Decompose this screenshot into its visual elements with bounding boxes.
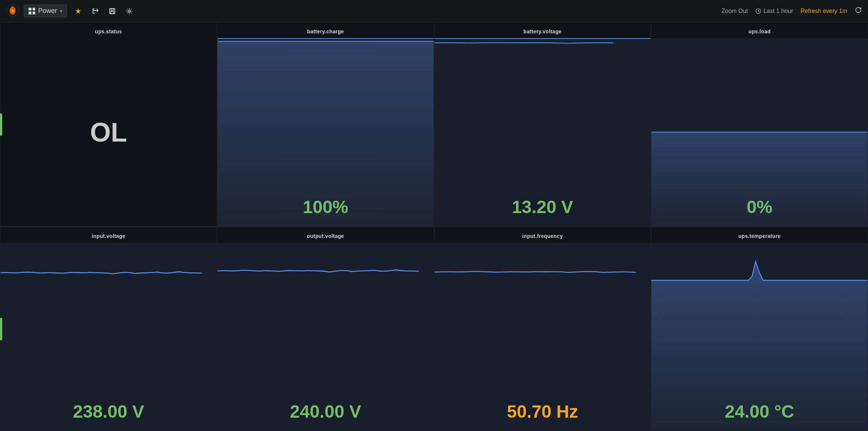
save-button[interactable]: [107, 6, 117, 16]
topnav-right: Zoom Out Last 1 hour Refresh every 1m: [722, 6, 862, 16]
output-voltage-value: 240.00 V: [217, 401, 434, 422]
dashboard-name: Power: [38, 7, 57, 15]
panel-title-battery-charge: battery.charge: [217, 26, 434, 38]
panel-title-battery-voltage: battery.voltage: [435, 26, 651, 38]
panel-ups-temperature: ups.temperature 24.00 °C: [651, 227, 868, 431]
time-range-label: Last 1 hour: [764, 8, 793, 14]
svg-rect-4: [111, 11, 114, 14]
dashboard-selector-button[interactable]: Power ▾: [24, 4, 67, 17]
row-1: ups.status OL battery.charge: [0, 22, 868, 227]
svg-rect-3: [111, 9, 113, 10]
row1-indicator: [0, 113, 2, 136]
panel-title-ups-temperature: ups.temperature: [651, 231, 868, 243]
panel-ups-status: ups.status OL: [0, 22, 217, 226]
refresh-button[interactable]: [855, 6, 862, 16]
svg-point-1: [11, 10, 14, 13]
panel-graph-input-frequency: 50.70 Hz: [435, 243, 651, 431]
svg-point-5: [128, 10, 130, 12]
panel-graph-ups-temperature: 24.00 °C: [651, 243, 868, 431]
panel-stat-ups-status: OL: [0, 38, 217, 226]
app-logo: [6, 4, 19, 19]
input-voltage-value: 238.00 V: [0, 401, 217, 422]
row2-indicator: [0, 318, 2, 340]
panel-graph-input-voltage: 238.00 V: [0, 243, 217, 431]
input-frequency-value: 50.70 Hz: [435, 401, 651, 422]
dashboard: ups.status OL battery.charge: [0, 22, 868, 431]
settings-button[interactable]: [124, 6, 134, 16]
time-range[interactable]: Last 1 hour: [755, 8, 793, 14]
zoom-out-button[interactable]: Zoom Out: [722, 8, 748, 14]
battery-charge-value: 100%: [217, 197, 434, 217]
panel-ups-load: ups.load 0%: [651, 22, 868, 226]
panel-battery-voltage: battery.voltage 13.20 V: [434, 22, 651, 226]
ups-temperature-value: 24.00 °C: [651, 401, 868, 422]
panel-title-ups-load: ups.load: [651, 26, 868, 38]
panel-title-output-voltage: output.voltage: [217, 231, 434, 243]
grid-icon: [29, 8, 35, 14]
panel-title-ups-status: ups.status: [0, 26, 217, 38]
panel-graph-battery-voltage: 13.20 V: [435, 38, 651, 226]
panel-graph-ups-load: 0%: [651, 38, 868, 226]
panel-input-voltage: input.voltage 238.00 V: [0, 227, 217, 431]
chevron-down-icon: ▾: [60, 9, 62, 14]
panel-title-input-voltage: input.voltage: [0, 231, 217, 243]
panel-graph-battery-charge: 100%: [217, 38, 434, 226]
topnav: Power ▾ ★ Zoom Out: [0, 0, 868, 22]
panel-output-voltage: output.voltage 240.00 V: [217, 227, 434, 431]
clock-icon: [755, 8, 761, 14]
panel-title-input-frequency: input.frequency: [435, 231, 651, 243]
panel-input-frequency: input.frequency 50.70 Hz: [434, 227, 651, 431]
favorite-button[interactable]: ★: [73, 6, 83, 16]
battery-voltage-value: 13.20 V: [435, 197, 651, 217]
panel-graph-output-voltage: 240.00 V: [217, 243, 434, 431]
panel-battery-charge: battery.charge 100%: [217, 22, 434, 226]
refresh-label: Refresh every 1m: [801, 8, 847, 14]
nav-toolbar: ★: [73, 6, 134, 16]
share-button[interactable]: [90, 6, 100, 16]
row-2: input.voltage 238.00 V outp: [0, 227, 868, 431]
ups-load-value: 0%: [651, 197, 868, 217]
ups-status-value: OL: [90, 117, 127, 147]
